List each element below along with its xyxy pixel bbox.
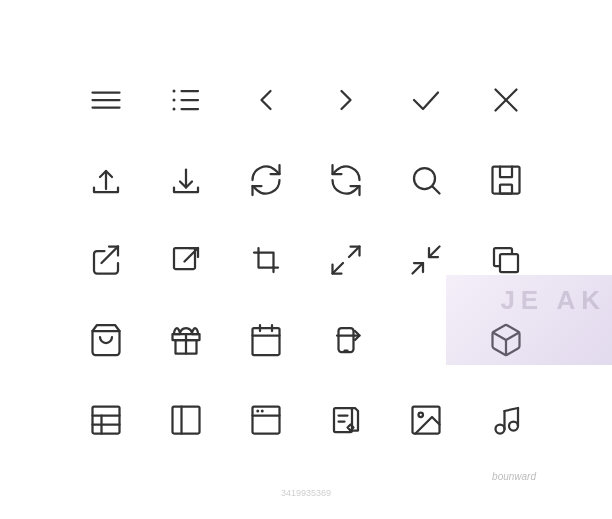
layers-icon xyxy=(466,220,546,300)
svg-point-44 xyxy=(256,409,259,412)
svg-point-7 xyxy=(173,98,176,101)
search-icon xyxy=(386,140,466,220)
brand-watermark: bounward xyxy=(492,471,536,482)
shopping-bag-icon xyxy=(66,300,146,380)
getty-id: 3419935369 xyxy=(281,488,331,498)
svg-rect-15 xyxy=(493,166,520,193)
close-icon xyxy=(466,60,546,140)
watermark-placeholder xyxy=(386,300,466,380)
arrow-right-icon xyxy=(306,60,386,140)
table-icon xyxy=(66,380,146,460)
upload-icon xyxy=(66,140,146,220)
svg-rect-33 xyxy=(339,328,354,352)
svg-point-51 xyxy=(496,424,505,433)
external-link-icon xyxy=(146,220,226,300)
svg-point-52 xyxy=(509,421,518,430)
refresh-ccw-icon xyxy=(306,140,386,220)
calendar-icon xyxy=(226,300,306,380)
svg-line-21 xyxy=(333,263,344,274)
svg-line-22 xyxy=(413,263,424,274)
svg-line-14 xyxy=(433,186,440,193)
svg-point-8 xyxy=(173,107,176,110)
svg-rect-29 xyxy=(253,328,280,355)
icon-grid xyxy=(66,60,546,460)
svg-point-6 xyxy=(173,89,176,92)
svg-line-20 xyxy=(349,246,360,257)
svg-rect-36 xyxy=(93,406,120,433)
svg-rect-17 xyxy=(174,248,195,269)
crop-icon xyxy=(226,220,306,300)
svg-rect-19 xyxy=(259,252,274,267)
list-icon xyxy=(146,60,226,140)
refresh-cw-icon xyxy=(226,140,306,220)
edit-icon xyxy=(306,380,386,460)
save-icon xyxy=(466,140,546,220)
box-3d-icon xyxy=(466,300,546,380)
image-icon xyxy=(386,380,466,460)
arrow-left-icon xyxy=(226,60,306,140)
svg-point-45 xyxy=(261,409,264,412)
share-icon xyxy=(66,220,146,300)
browser-icon xyxy=(226,380,306,460)
expand-icon xyxy=(306,220,386,300)
sidebar-icon xyxy=(146,380,226,460)
svg-point-13 xyxy=(414,168,435,189)
svg-rect-16 xyxy=(500,184,512,193)
checkmark-icon xyxy=(386,60,466,140)
svg-rect-25 xyxy=(500,254,518,272)
music-icon xyxy=(466,380,546,460)
svg-line-23 xyxy=(429,246,440,257)
hamburger-menu-icon xyxy=(66,60,146,140)
svg-rect-40 xyxy=(173,406,200,433)
download-icon xyxy=(146,140,226,220)
svg-point-50 xyxy=(419,412,424,417)
gift-icon xyxy=(146,300,226,380)
phone-rotate-icon xyxy=(306,300,386,380)
compress-icon xyxy=(386,220,466,300)
